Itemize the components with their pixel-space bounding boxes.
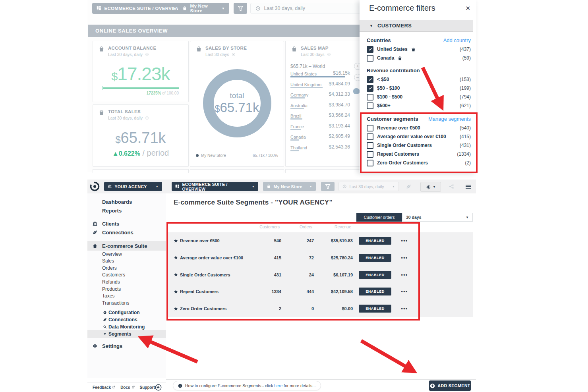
trash-icon[interactable] [411, 47, 416, 52]
country-name: United States [290, 71, 317, 76]
bottom-bar: How to configure E-commerce Segments - c… [166, 379, 476, 392]
circle-arrow-left-icon[interactable] [155, 384, 162, 391]
filter-row[interactable]: Zero Order Customers(2) [367, 158, 471, 167]
filter-row[interactable]: Single Order Customers(431) [367, 141, 471, 150]
sidebar-sublink-overview[interactable]: Overview [87, 251, 166, 257]
enabled-toggle-button[interactable]: ENABLED [359, 254, 391, 262]
filter-row[interactable]: Average order value over €100(415) [367, 132, 471, 141]
sidebar-sublink-sales[interactable]: Sales [87, 258, 166, 265]
nav-dropdown[interactable]: ECOMMERCE SUITE / OVERVIEW ▼ [172, 182, 258, 191]
filters-panel-title: E-commerce filters [369, 4, 435, 13]
grid-icon [175, 184, 180, 189]
app-screenshot: YOUR AGENCY ▼ ECOMMERCE SUITE / OVERVIEW… [87, 180, 476, 392]
metric-toggle-button[interactable]: Customer orders [356, 213, 402, 222]
customers-section-header[interactable]: ▼ CUSTOMERS [360, 20, 473, 32]
row-menu-button[interactable]: ••• [398, 238, 411, 243]
star-icon[interactable] [174, 239, 178, 243]
date-range-dropdown[interactable]: Last 30 days, daily ▼ [338, 182, 399, 191]
footer-link-feedback[interactable]: Feedback [93, 385, 115, 390]
date-range-dropdown[interactable]: Last 30 days, daily [250, 3, 362, 14]
checkbox[interactable] [367, 160, 373, 166]
enabled-toggle-button[interactable]: ENABLED [359, 237, 391, 245]
enabled-toggle-button[interactable]: ENABLED [359, 271, 391, 279]
filter-row[interactable]: $500+(621) [367, 101, 471, 110]
checkbox[interactable] [367, 133, 373, 140]
sidebar-item-e-commerce-suite[interactable]: E-commerce Suite [87, 241, 166, 251]
sidebar-sublink-products[interactable]: Products [87, 286, 166, 292]
help-link[interactable]: here [274, 383, 282, 388]
sidebar-item-reports[interactable]: Reports [87, 206, 166, 215]
sidebar-item-label: Connections [102, 230, 133, 236]
sidebar-item-clients[interactable]: Clients [87, 219, 166, 228]
enabled-toggle-button[interactable]: ENABLED [359, 288, 391, 295]
sidebar-sublink-refunds[interactable]: Refunds [87, 278, 166, 285]
sidebar-item-settings[interactable]: Settings [87, 342, 166, 350]
card-edge [285, 169, 360, 173]
checkbox[interactable] [367, 85, 373, 92]
segment-revenue: $0.00 [313, 306, 353, 311]
checkbox[interactable] [367, 142, 373, 149]
hamburger-icon [465, 183, 472, 190]
star-icon[interactable] [174, 272, 178, 277]
footer-link-docs[interactable]: Docs [120, 385, 134, 390]
share-button[interactable] [444, 182, 458, 191]
sidebar-item-connections[interactable]: Connections [87, 228, 166, 237]
row-menu-button[interactable]: ••• [398, 306, 411, 311]
enabled-toggle-button[interactable]: ENABLED [359, 305, 391, 313]
filter-row[interactable]: Repeat Customers(1334) [367, 150, 471, 158]
filter-button[interactable] [234, 3, 247, 14]
sidebar-sublink-orders[interactable]: Orders [87, 265, 166, 271]
checkbox[interactable] [367, 102, 373, 109]
themes-button[interactable] [401, 182, 416, 191]
add-country-link[interactable]: Add country [443, 37, 471, 43]
star-icon[interactable] [174, 290, 178, 294]
sidebar-sublink-taxes[interactable]: Taxes [87, 293, 166, 299]
checkbox[interactable] [367, 76, 373, 83]
filter-row[interactable]: $50 - $100(199) [367, 84, 471, 93]
manage-segments-link[interactable]: Manage segments [428, 116, 471, 122]
sidebar-item-dashboards[interactable]: Dashboards [87, 197, 166, 206]
sidebar-tool-configuration[interactable]: Configuration [87, 309, 166, 317]
account-balance-card: ACCOUNT BALANCE Last 30 days, daily $17.… [93, 41, 189, 102]
trash-icon[interactable] [398, 56, 402, 60]
row-menu-button[interactable]: ••• [398, 289, 411, 294]
logo-icon[interactable] [89, 181, 100, 192]
store-dropdown[interactable]: My New Store ▼ [263, 182, 316, 191]
checkbox[interactable] [367, 94, 373, 100]
filter-button[interactable] [321, 182, 335, 191]
close-icon[interactable]: ✕ [465, 5, 470, 12]
agency-dropdown[interactable]: YOUR AGENCY ▼ [104, 182, 162, 191]
filter-row[interactable]: < $50(153) [367, 75, 471, 84]
checkbox[interactable] [367, 46, 373, 53]
filter-row[interactable]: Canada(59) [367, 54, 471, 62]
row-menu-button[interactable]: ••• [398, 255, 411, 261]
sidebar-tool-data-monitoring[interactable]: Data Monitoring [87, 323, 166, 331]
checkbox[interactable] [367, 151, 373, 158]
star-icon[interactable] [174, 307, 178, 311]
store-dropdown[interactable]: My New Store ▼ [178, 3, 229, 14]
sidebar-tool-connections[interactable]: Connections [87, 316, 166, 324]
customers-section-label: CUSTOMERS [377, 23, 412, 29]
menu-button[interactable] [463, 182, 474, 191]
sidebar-tool-segments[interactable]: Segments [87, 330, 166, 338]
sidebar-sublink-customers[interactable]: Customers [87, 272, 166, 278]
country-bar [290, 76, 345, 77]
checkbox[interactable] [367, 55, 373, 62]
filter-row[interactable]: United States(437) [367, 45, 471, 54]
sidebar-sublink-transactions[interactable]: Transactions [87, 299, 166, 306]
filter-row[interactable]: $100 - $500(794) [367, 93, 471, 101]
filter-count: (59) [462, 55, 471, 61]
filter-row[interactable]: Revenue over €500(540) [367, 124, 471, 132]
sidebar-sublink-label: Taxes [102, 293, 114, 299]
sales-by-store-card: SALES BY STORE Last 30 days total $65.71… [190, 41, 284, 167]
country-value: $2,543.36 [329, 144, 350, 150]
period-select[interactable]: 30 days ▼ [402, 213, 473, 222]
star-icon[interactable] [174, 255, 178, 260]
row-menu-button[interactable]: ••• [398, 272, 411, 278]
sidebar-item-label: Settings [102, 343, 122, 349]
clock-icon [342, 184, 347, 189]
widget-actions-button[interactable]: ▼ [420, 182, 441, 192]
checkbox[interactable] [367, 125, 373, 131]
country-value: $3,566.24 [329, 112, 350, 118]
add-segment-button[interactable]: ADD SEGMENT [429, 380, 471, 391]
